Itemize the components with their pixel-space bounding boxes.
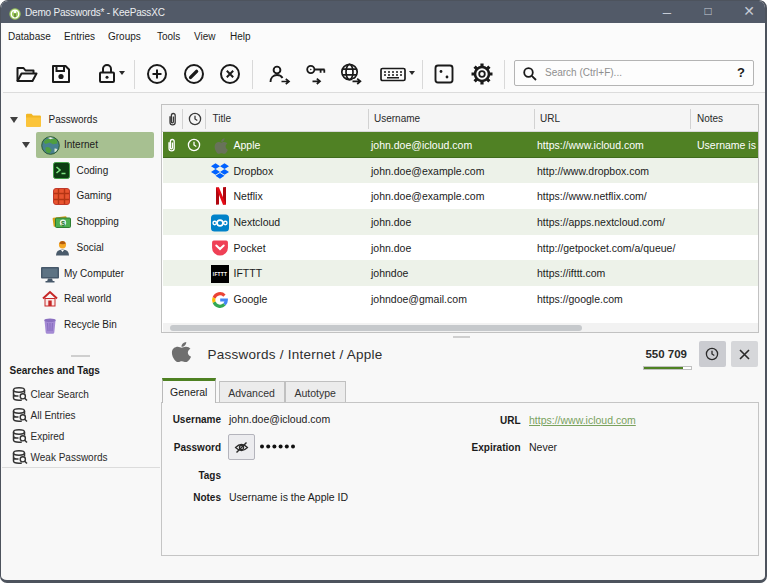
svg-text:IFTTT: IFTTT	[213, 272, 227, 277]
